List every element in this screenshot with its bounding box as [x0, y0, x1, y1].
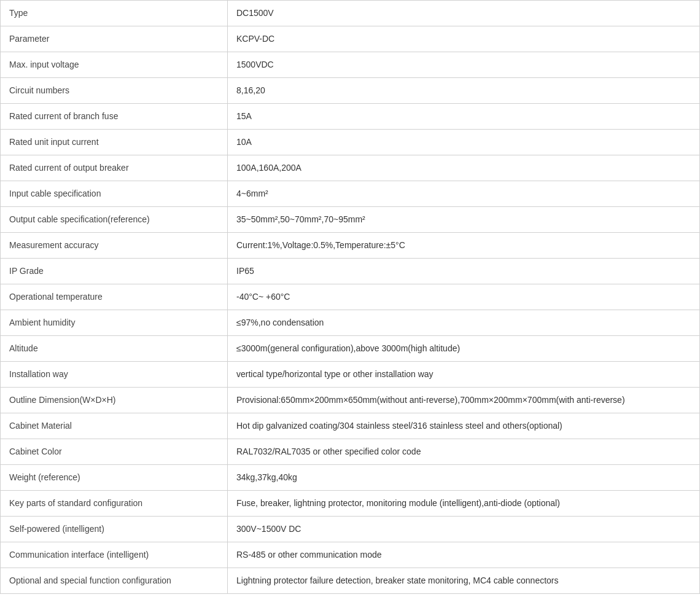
row-label: Communication interface (intelligent)	[1, 542, 228, 568]
row-value: 8,16,20	[228, 78, 699, 103]
table-row: Cabinet MaterialHot dip galvanized coati…	[1, 413, 699, 439]
table-row: Rated current of branch fuse15A	[1, 104, 699, 130]
table-row: Input cable specification4~6mm²	[1, 181, 699, 207]
row-value: Current:1%,Voltage:0.5%,Temperature:±5°C	[228, 233, 699, 258]
table-row: Operational temperature-40°C~ +60°C	[1, 284, 699, 310]
row-value: 300V~1500V DC	[228, 517, 699, 542]
row-label: Optional and special function configurat…	[1, 568, 228, 593]
table-row: Ambient humidity≤97%,no condensation	[1, 310, 699, 336]
table-row: TypeDC1500V	[1, 1, 699, 26]
row-label: Installation way	[1, 362, 228, 387]
row-label: Measurement accuracy	[1, 233, 228, 258]
row-label: Type	[1, 1, 228, 26]
row-value: 35~50mm²,50~70mm²,70~95mm²	[228, 207, 699, 232]
row-label: IP Grade	[1, 259, 228, 284]
table-row: Output cable specification(reference)35~…	[1, 207, 699, 233]
row-label: Circuit numbers	[1, 78, 228, 103]
row-label: Altitude	[1, 336, 228, 361]
row-label: Self-powered (intelligent)	[1, 517, 228, 542]
row-value: vertical type/horizontal type or other i…	[228, 362, 699, 387]
row-value: RS-485 or other communication mode	[228, 542, 699, 568]
row-value: IP65	[228, 259, 699, 284]
row-label: Key parts of standard configuration	[1, 491, 228, 516]
row-label: Weight (reference)	[1, 465, 228, 490]
row-value: 34kg,37kg,40kg	[228, 465, 699, 490]
row-value: ≤3000m(general configuration),above 3000…	[228, 336, 699, 361]
table-row: Measurement accuracyCurrent:1%,Voltage:0…	[1, 233, 699, 259]
row-value: 1500VDC	[228, 52, 699, 77]
row-label: Max. input voltage	[1, 52, 228, 77]
row-value: RAL7032/RAL7035 or other specified color…	[228, 439, 699, 464]
row-label: Rated current of branch fuse	[1, 104, 228, 129]
table-row: Altitude≤3000m(general configuration),ab…	[1, 336, 699, 362]
row-label: Cabinet Color	[1, 439, 228, 464]
row-value: ≤97%,no condensation	[228, 310, 699, 335]
row-label: Input cable specification	[1, 181, 228, 206]
row-label: Ambient humidity	[1, 310, 228, 335]
row-label: Rated unit input current	[1, 130, 228, 155]
row-label: Parameter	[1, 26, 228, 52]
row-label: Operational temperature	[1, 284, 228, 310]
row-value: Fuse, breaker, lightning protector, moni…	[228, 491, 699, 516]
table-row: Weight (reference)34kg,37kg,40kg	[1, 465, 699, 491]
table-row: Installation wayvertical type/horizontal…	[1, 362, 699, 388]
row-value: -40°C~ +60°C	[228, 284, 699, 310]
table-row: Self-powered (intelligent)300V~1500V DC	[1, 517, 699, 542]
row-label: Outline Dimension(W×D×H)	[1, 388, 228, 413]
table-row: Outline Dimension(W×D×H)Provisional:650m…	[1, 388, 699, 413]
table-row: Cabinet ColorRAL7032/RAL7035 or other sp…	[1, 439, 699, 465]
spec-table: TypeDC1500VParameterKCPV-DCMax. input vo…	[0, 0, 700, 594]
table-row: IP GradeIP65	[1, 259, 699, 284]
row-value: 4~6mm²	[228, 181, 699, 206]
table-row: Key parts of standard configurationFuse,…	[1, 491, 699, 517]
table-row: Rated current of output breaker100A,160A…	[1, 155, 699, 181]
row-value: Provisional:650mm×200mm×650mm(without an…	[228, 388, 699, 413]
table-row: Max. input voltage1500VDC	[1, 52, 699, 78]
table-row: Communication interface (intelligent)RS-…	[1, 542, 699, 568]
table-row: ParameterKCPV-DC	[1, 26, 699, 52]
table-row: Circuit numbers8,16,20	[1, 78, 699, 104]
row-value: Lightning protector failure detection, b…	[228, 568, 699, 593]
table-row: Rated unit input current10A	[1, 130, 699, 155]
row-value: KCPV-DC	[228, 26, 699, 52]
row-label: Output cable specification(reference)	[1, 207, 228, 232]
table-row: Optional and special function configurat…	[1, 568, 699, 593]
row-value: 10A	[228, 130, 699, 155]
row-value: 100A,160A,200A	[228, 155, 699, 181]
row-label: Cabinet Material	[1, 413, 228, 439]
row-value: DC1500V	[228, 1, 699, 26]
row-label: Rated current of output breaker	[1, 155, 228, 181]
row-value: 15A	[228, 104, 699, 129]
row-value: Hot dip galvanized coating/304 stainless…	[228, 413, 699, 439]
